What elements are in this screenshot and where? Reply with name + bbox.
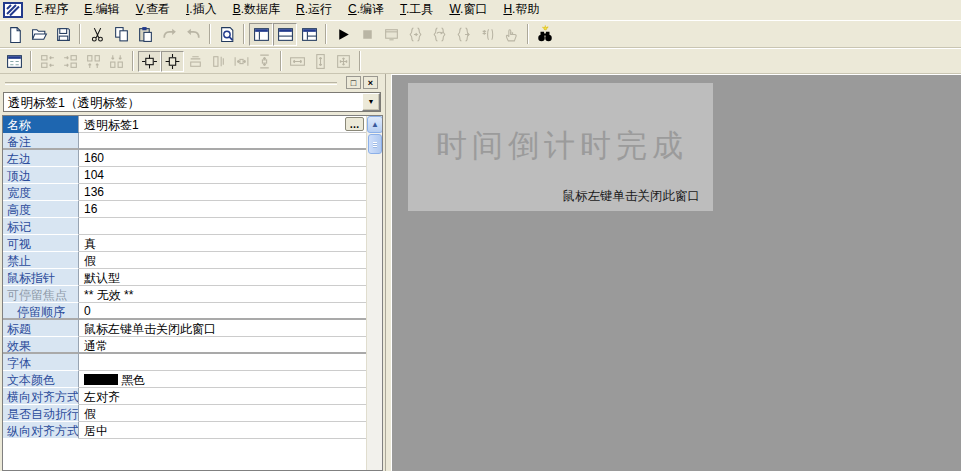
color-swatch <box>84 374 118 385</box>
property-value[interactable]: 黑色 <box>79 371 366 388</box>
cut-button[interactable] <box>85 23 109 46</box>
form-designer-button[interactable] <box>3 51 26 72</box>
open-button[interactable] <box>27 23 51 46</box>
hand-button <box>499 23 523 46</box>
property-value[interactable]: ** 无效 ** <box>79 286 366 303</box>
print-preview-button[interactable] <box>215 23 239 46</box>
paste-button[interactable] <box>133 23 157 46</box>
property-label[interactable]: 名称 <box>3 116 79 133</box>
property-value[interactable] <box>79 218 366 235</box>
copy-button[interactable] <box>109 23 133 46</box>
hand-icon <box>503 26 520 43</box>
property-label[interactable]: 横向对齐方式 <box>3 388 79 405</box>
align-left-icon <box>39 53 56 70</box>
align-left-button <box>36 51 59 72</box>
save-icon <box>55 26 72 43</box>
toolbar-separator <box>359 51 361 71</box>
property-row-wordwrap: 是否自动折行 假 <box>3 405 366 422</box>
center-horizontal-button[interactable] <box>138 51 161 72</box>
property-value[interactable]: 假 <box>79 405 366 422</box>
property-value[interactable]: 16 <box>79 201 366 218</box>
menu-label: .编辑 <box>92 2 119 16</box>
property-value[interactable]: 鼠标左键单击关闭此窗口 <box>79 320 366 337</box>
property-value[interactable]: 136 <box>79 184 366 201</box>
save-button[interactable] <box>51 23 75 46</box>
close-hint-label-control[interactable]: 鼠标左键单击关闭此窗口 <box>563 188 701 205</box>
value-text: 0 <box>84 304 91 318</box>
align-right-icon <box>62 53 79 70</box>
countdown-label-control[interactable]: 时间倒计时完成 <box>436 125 688 167</box>
property-label[interactable]: 字体 <box>3 354 79 371</box>
property-label[interactable]: 宽度 <box>3 184 79 201</box>
menu-item-program[interactable]: F.程序 <box>27 0 76 21</box>
property-label[interactable]: 顶边 <box>3 167 79 184</box>
component-selector[interactable]: 透明标签1（透明标签） ▼ <box>3 92 381 112</box>
property-value[interactable]: 0 <box>79 303 366 320</box>
property-label[interactable]: 标记 <box>3 218 79 235</box>
property-value[interactable]: 默认型 <box>79 269 366 286</box>
property-label[interactable]: 左边 <box>3 150 79 167</box>
property-value[interactable] <box>79 354 366 371</box>
new-button[interactable] <box>3 23 27 46</box>
toolbar-separator <box>30 51 32 71</box>
panel-grabber[interactable] <box>5 82 337 85</box>
binoculars-find-icon <box>536 25 554 43</box>
ellipsis-button[interactable]: … <box>345 117 364 131</box>
property-value[interactable]: 通常 <box>79 337 366 354</box>
run-button[interactable] <box>331 23 355 46</box>
property-value[interactable]: 104 <box>79 167 366 184</box>
property-label[interactable]: 停留顺序 <box>3 303 79 320</box>
property-label[interactable]: 可视 <box>3 235 79 252</box>
find-button[interactable] <box>533 23 557 46</box>
menu-label: .编译 <box>357 2 384 16</box>
view-left-pane-button[interactable] <box>249 23 273 46</box>
property-value[interactable]: 左对齐 <box>79 388 366 405</box>
panel-close-button[interactable]: × <box>363 76 378 89</box>
menu-item-view[interactable]: V.查看 <box>128 0 178 21</box>
property-label[interactable]: 效果 <box>3 337 79 354</box>
property-value[interactable]: 160 <box>79 150 366 167</box>
property-value[interactable]: 假 <box>79 252 366 269</box>
menu-label: .插入 <box>189 2 216 16</box>
step-into-icon <box>407 26 424 43</box>
menu-item-database[interactable]: B.数据库 <box>225 0 288 21</box>
form-designer-canvas[interactable]: 时间倒计时完成 鼠标左键单击关闭此窗口 <box>391 74 961 471</box>
menu-item-help[interactable]: H.帮助 <box>495 0 547 21</box>
menu-label: .运行 <box>305 2 332 16</box>
property-label[interactable]: 高度 <box>3 201 79 218</box>
property-scrollbar[interactable]: ▲ <box>366 116 382 470</box>
property-label[interactable]: 纵向对齐方式 <box>3 422 79 439</box>
menu-item-window[interactable]: W.窗口 <box>441 0 495 21</box>
paste-icon <box>137 26 154 43</box>
menu-item-run[interactable]: R.运行 <box>288 0 340 21</box>
property-value[interactable]: 居中 <box>79 422 366 439</box>
stop-button <box>355 23 379 46</box>
property-row-effect: 效果 通常 <box>3 337 366 354</box>
property-label[interactable]: 鼠标指针 <box>3 269 79 286</box>
menu-item-edit[interactable]: E.编辑 <box>76 0 127 21</box>
new-icon <box>7 26 24 43</box>
scroll-up-button[interactable]: ▲ <box>367 116 383 133</box>
property-label[interactable]: 禁止 <box>3 252 79 269</box>
property-label[interactable]: 文本颜色 <box>3 371 79 388</box>
property-value[interactable] <box>79 133 366 150</box>
step-pause-button <box>475 23 499 46</box>
property-label[interactable]: 是否自动折行 <box>3 405 79 422</box>
center-vertical-button[interactable] <box>161 51 184 72</box>
designed-form[interactable]: 时间倒计时完成 鼠标左键单击关闭此窗口 <box>408 83 713 211</box>
panel-maximize-button[interactable]: □ <box>346 76 361 89</box>
component-selector-dropdown-button[interactable]: ▼ <box>362 93 380 111</box>
menu-shortcut: B <box>233 2 241 16</box>
view-split-pane-button[interactable] <box>297 23 321 46</box>
property-label[interactable]: 可停留焦点 <box>3 286 79 303</box>
menu-item-compile[interactable]: C.编译 <box>340 0 392 21</box>
menu-item-tools[interactable]: T.工具 <box>392 0 441 21</box>
menu-item-insert[interactable]: I.插入 <box>178 0 225 21</box>
scroll-thumb[interactable] <box>368 134 382 154</box>
property-value[interactable]: 透明标签1… <box>79 116 366 133</box>
property-label[interactable]: 标题 <box>3 320 79 337</box>
main-area: □ × 透明标签1（透明标签） ▼ 名称 透明标签1… 备注 <box>0 74 961 471</box>
property-label[interactable]: 备注 <box>3 133 79 150</box>
property-value[interactable]: 真 <box>79 235 366 252</box>
view-bottom-pane-button[interactable] <box>273 23 297 46</box>
